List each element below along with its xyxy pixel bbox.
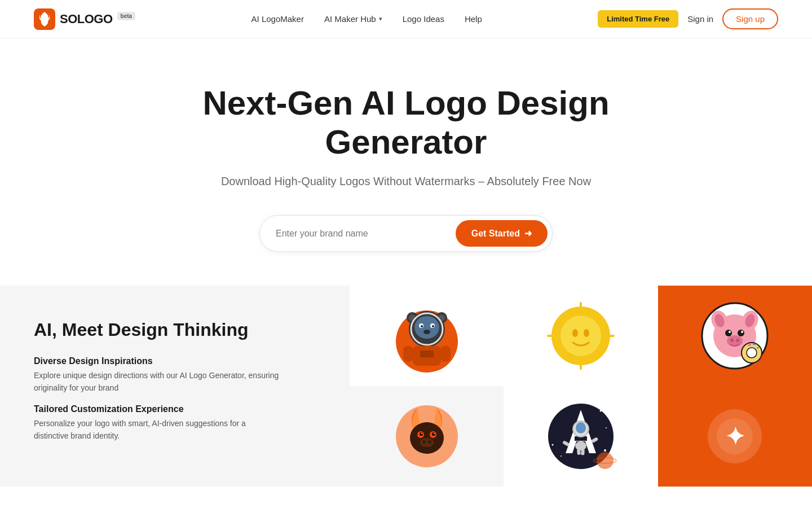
feature-diverse: Diverse Design Inspirations Explore uniq… [34,356,316,394]
a-astronaut-logo [544,400,617,473]
svg-point-53 [422,440,426,444]
nav-ai-maker-hub[interactable]: AI Maker Hub ▾ [324,14,382,24]
svg-rect-10 [420,351,434,357]
hero-subtitle: Download High-Quality Logos Without Wate… [221,175,591,188]
svg-point-71 [597,452,614,469]
svg-point-17 [432,325,434,327]
signup-button[interactable]: Sign up [722,8,778,29]
svg-rect-69 [577,449,581,454]
svg-point-32 [725,330,732,336]
feature-tailored: Tailored Customization Experience Person… [34,404,316,442]
search-bar: Get Started ➜ [259,215,553,252]
svg-point-34 [729,331,731,333]
logo-area: SOLOGO beta [34,8,135,30]
section-title: AI, Meet Design Thinking [34,319,316,340]
logo-card-pig [658,286,812,386]
svg-rect-12 [440,346,451,362]
feature-diverse-desc: Explore unique design directions with ou… [34,370,282,394]
svg-point-64 [576,422,586,433]
svg-point-3 [414,316,439,339]
logo-card-bull [350,386,504,487]
limited-time-button[interactable]: Limited Time Free [598,10,678,28]
navbar: SOLOGO beta AI LogoMaker AI Maker Hub ▾ … [0,0,812,38]
svg-point-16 [421,325,423,327]
hero-title: Next-Gen AI Logo Design Generator [180,84,632,161]
svg-text:✦: ✦ [725,423,745,450]
svg-point-56 [554,413,557,415]
svg-point-25 [584,329,589,337]
svg-point-54 [428,440,431,444]
arrow-right-icon: ➜ [524,228,532,239]
svg-point-66 [575,441,586,450]
logo-grid: ✦ [350,286,812,487]
svg-point-51 [434,433,435,434]
logo-text: SOLOGO [60,12,113,27]
chevron-down-icon: ▾ [379,15,382,23]
nav-help[interactable]: Help [465,14,482,24]
sologo-icon [34,8,55,30]
brand-name-input[interactable] [276,229,456,239]
logo-card-extra: ✦ [658,386,812,487]
logo-card-a-astronaut [504,386,657,487]
svg-point-33 [738,330,744,336]
svg-rect-70 [581,449,585,455]
svg-point-38 [736,339,739,342]
features-panel: AI, Meet Design Thinking Diverse Design … [0,286,350,487]
feature-tailored-desc: Personalize your logo with smart, AI-dri… [34,418,282,442]
svg-point-59 [551,444,553,445]
svg-point-60 [561,456,562,457]
svg-point-35 [741,331,743,333]
svg-point-40 [747,348,757,358]
svg-rect-11 [403,346,413,362]
navbar-actions: Limited Time Free Sign in Sign up [598,8,778,29]
get-started-button[interactable]: Get Started ➜ [456,220,548,247]
svg-point-58 [606,427,607,428]
svg-point-13 [423,330,430,334]
svg-point-50 [421,433,422,434]
feature-diverse-title: Diverse Design Inspirations [34,356,316,366]
nav-ai-logomaker[interactable]: AI LogoMaker [251,14,304,24]
sun-logo [547,302,615,370]
lower-section: AI, Meet Design Thinking Diverse Design … [0,286,812,487]
bull-logo [390,400,464,473]
svg-point-49 [432,432,435,436]
feature-tailored-title: Tailored Customization Experience [34,404,316,414]
nav-links: AI LogoMaker AI Maker Hub ▾ Logo Ideas H… [251,14,482,24]
svg-point-24 [572,329,578,337]
extra-logo: ✦ [704,405,766,467]
logo-card-bear [350,286,504,386]
nav-logo-ideas[interactable]: Logo Ideas [403,14,444,24]
svg-point-61 [604,449,606,452]
svg-point-37 [730,339,734,342]
bear-astronaut-logo [387,296,466,375]
svg-point-48 [420,432,423,436]
logo-card-sun [504,286,657,386]
svg-point-19 [561,316,601,356]
signin-link[interactable]: Sign in [687,14,713,24]
hero-section: Next-Gen AI Logo Design Generator Downlo… [0,38,812,286]
beta-badge: beta [117,12,136,20]
pig-logo [698,299,771,373]
svg-point-36 [727,335,743,347]
svg-point-57 [599,410,601,411]
svg-point-52 [420,438,434,447]
